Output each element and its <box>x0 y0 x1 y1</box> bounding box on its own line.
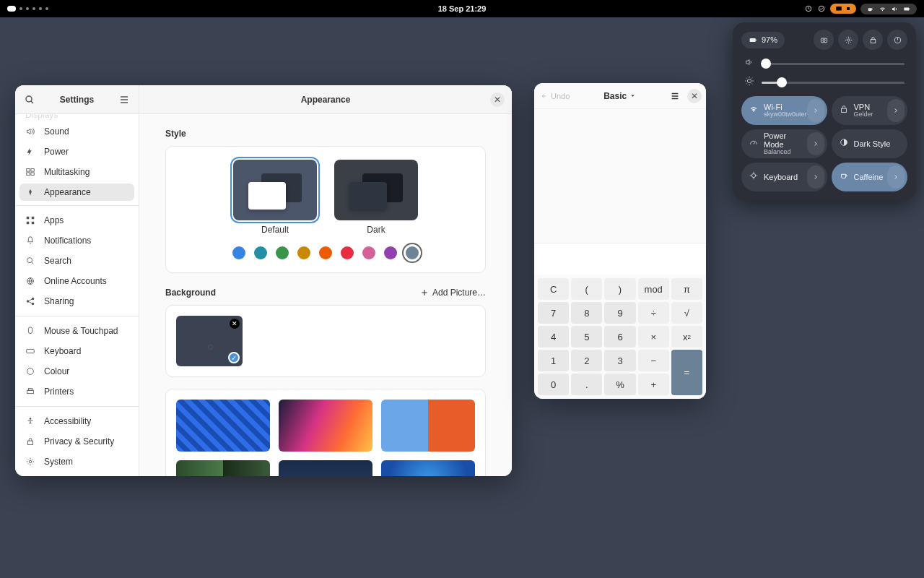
sidebar-item-displays[interactable]: Displays <box>15 114 139 121</box>
key-percent[interactable]: % <box>604 374 635 395</box>
sidebar-item-printers[interactable]: Printers <box>15 381 139 402</box>
menu-icon[interactable] <box>118 94 130 105</box>
workspace-dot[interactable] <box>45 7 48 10</box>
chevron-right-icon[interactable] <box>807 132 824 155</box>
key-4[interactable]: 4 <box>538 326 569 348</box>
key-dot[interactable]: . <box>571 374 602 395</box>
sidebar-item-online-accounts[interactable]: Online Accounts <box>15 271 139 291</box>
wallpaper-thumb[interactable] <box>381 400 475 452</box>
sidebar-item-privacy[interactable]: Privacy & Security <box>15 431 139 452</box>
sidebar-item-accessibility[interactable]: Accessibility <box>15 411 139 431</box>
alarm-icon[interactable] <box>804 4 813 13</box>
wallpaper-thumb[interactable] <box>176 460 270 476</box>
sidebar-item-power[interactable]: Power <box>15 142 139 162</box>
wallpaper-thumb[interactable] <box>381 460 475 476</box>
menu-icon[interactable] <box>667 88 683 104</box>
key-rparen[interactable]: ) <box>604 278 635 300</box>
chevron-right-icon[interactable] <box>807 165 824 189</box>
chevron-right-icon[interactable] <box>887 99 905 122</box>
accent-yellow[interactable] <box>297 246 310 259</box>
calculator-history[interactable] <box>534 109 706 243</box>
sidebar-item-keyboard[interactable]: Keyboard <box>15 341 139 361</box>
sidebar-item-colour[interactable]: Colour <box>15 361 139 381</box>
key-pi[interactable]: π <box>671 278 702 300</box>
key-9[interactable]: 9 <box>604 302 635 324</box>
dark-style-toggle[interactable]: Dark Style <box>832 129 907 158</box>
sidebar-item-system[interactable]: System <box>15 452 139 472</box>
screenshot-button[interactable] <box>814 30 834 50</box>
screencast-indicator[interactable] <box>830 4 856 14</box>
workspace-dot[interactable] <box>39 7 42 10</box>
key-0[interactable]: 0 <box>538 374 569 395</box>
key-1[interactable]: 1 <box>538 350 569 371</box>
system-tray[interactable] <box>860 4 917 14</box>
accent-blue[interactable] <box>232 246 245 259</box>
remove-wallpaper-button[interactable]: ✕ <box>230 319 240 329</box>
lock-button[interactable] <box>863 30 883 50</box>
add-picture-button[interactable]: Add Picture… <box>420 288 486 298</box>
key-divide[interactable]: ÷ <box>638 302 669 324</box>
key-6[interactable]: 6 <box>604 326 635 348</box>
sidebar-item-sound[interactable]: Sound <box>15 121 139 142</box>
search-icon[interactable] <box>24 94 35 105</box>
calculator-entry[interactable] <box>534 243 706 275</box>
accent-orange[interactable] <box>319 246 332 259</box>
key-mod[interactable]: mod <box>638 278 669 300</box>
accent-purple[interactable] <box>384 246 397 259</box>
key-square[interactable]: x2 <box>671 326 702 348</box>
settings-button[interactable] <box>838 30 858 50</box>
vpn-toggle[interactable]: VPNGelder <box>832 96 907 125</box>
caffeine-toggle[interactable]: Caffeine <box>832 163 907 191</box>
key-sqrt[interactable]: √ <box>671 302 702 324</box>
sidebar-item-appearance[interactable]: Appearance <box>19 184 134 201</box>
appearance-body[interactable]: Style Default Dark <box>139 114 512 476</box>
accent-teal[interactable] <box>254 246 267 259</box>
style-default[interactable]: Default <box>233 160 317 235</box>
close-button[interactable]: ✕ <box>687 89 702 103</box>
accent-pink[interactable] <box>362 246 375 259</box>
sidebar-item-mouse[interactable]: Mouse & Touchpad <box>15 321 139 341</box>
key-clear[interactable]: C <box>538 278 569 300</box>
keyboard-toggle[interactable]: Keyboard <box>741 163 827 191</box>
power-mode-toggle[interactable]: Power ModeBalanced <box>741 129 827 158</box>
sidebar-item-multitasking[interactable]: Multitasking <box>15 162 139 182</box>
accent-slate[interactable] <box>406 246 419 259</box>
wallpaper-thumb[interactable] <box>176 400 270 452</box>
close-button[interactable]: ✕ <box>490 92 505 107</box>
accent-red[interactable] <box>341 246 354 259</box>
sidebar-item-apps[interactable]: Apps <box>15 210 139 230</box>
power-button[interactable] <box>887 30 907 50</box>
mode-dropdown[interactable]: Basic <box>603 91 636 101</box>
sidebar-item-sharing[interactable]: Sharing <box>15 291 139 311</box>
volume-slider[interactable] <box>762 63 905 65</box>
key-multiply[interactable]: × <box>638 326 669 348</box>
key-add[interactable]: + <box>638 374 669 395</box>
wifi-toggle[interactable]: Wi-Fiskyw00tw0uter <box>741 96 827 125</box>
wallpaper-thumb[interactable] <box>279 400 372 452</box>
workspace-dot[interactable] <box>32 7 35 10</box>
key-subtract[interactable]: − <box>638 350 669 371</box>
undo-button[interactable]: Undo <box>539 92 572 100</box>
sidebar-item-notifications[interactable]: Notifications <box>15 230 139 251</box>
accent-green[interactable] <box>276 246 289 259</box>
current-wallpaper[interactable]: ✕ ✓ <box>176 316 243 366</box>
chevron-right-icon[interactable] <box>807 99 824 122</box>
key-8[interactable]: 8 <box>571 302 602 324</box>
wallpaper-thumb[interactable] <box>279 460 372 476</box>
battery-pill[interactable]: 97% <box>741 32 785 48</box>
key-7[interactable]: 7 <box>538 302 569 324</box>
clock[interactable]: 18 Sep 21:29 <box>438 4 487 13</box>
key-lparen[interactable]: ( <box>571 278 602 300</box>
sidebar-item-search[interactable]: Search <box>15 251 139 271</box>
key-5[interactable]: 5 <box>571 326 602 348</box>
check-icon[interactable] <box>817 4 826 13</box>
key-2[interactable]: 2 <box>571 350 602 371</box>
workspace-dot[interactable] <box>19 7 22 10</box>
workspace-dot[interactable] <box>26 7 29 10</box>
settings-nav[interactable]: Displays Sound Power Multitasking Appear… <box>15 114 139 476</box>
style-dark[interactable]: Dark <box>334 160 418 235</box>
activities-button[interactable] <box>7 6 16 12</box>
key-equals[interactable]: = <box>671 350 702 395</box>
key-3[interactable]: 3 <box>604 350 635 371</box>
chevron-right-icon[interactable] <box>887 165 905 189</box>
